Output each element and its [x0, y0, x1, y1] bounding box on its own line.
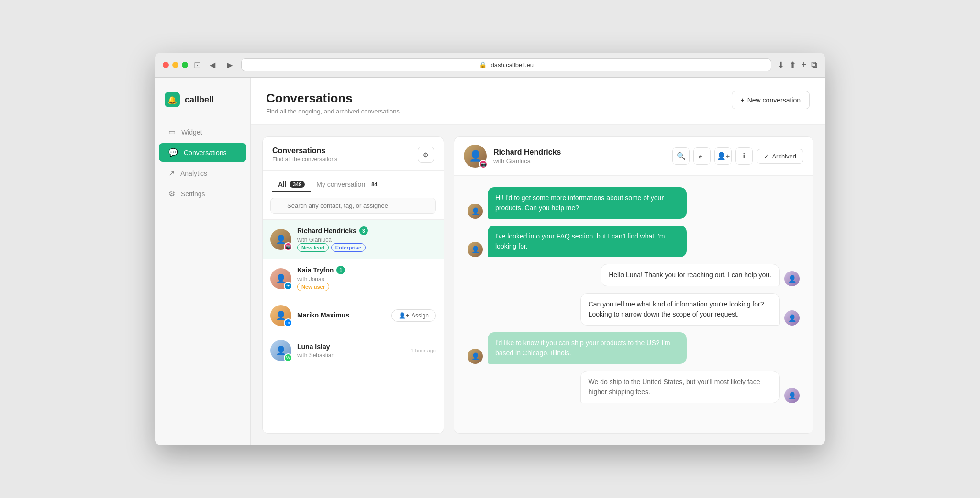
maximize-button[interactable] — [182, 62, 188, 68]
message-row-6: 👤 We do ship to the United States, but y… — [468, 371, 800, 403]
minimize-button[interactable] — [172, 62, 178, 68]
archived-button[interactable]: ✓ Archived — [757, 149, 803, 164]
panel-settings-button[interactable]: ⚙ — [418, 147, 434, 163]
page-header-text: Conversations Find all the ongoing, and … — [266, 91, 400, 115]
sidebar-item-analytics[interactable]: ↗ Analytics — [159, 164, 246, 182]
conv-name-luna: Luna Islay — [297, 343, 330, 351]
share-icon[interactable]: ⬆ — [789, 60, 796, 70]
assign-icon: 👤+ — [399, 312, 409, 319]
info-icon: ℹ — [743, 152, 746, 160]
search-icon: 🔍 — [677, 152, 686, 160]
security-icon: 🔒 — [479, 61, 487, 68]
tab-all[interactable]: All 349 — [272, 178, 311, 192]
browser-window: ⊡ ◀ ▶ 🔒 dash.callbell.eu ⬇ ⬆ + ⧉ 🔔 callb… — [155, 53, 825, 445]
conversation-item-luna[interactable]: 👤 W Luna Islay with Sebastian 1 hour ago — [263, 333, 444, 368]
avatar-wrap-richard: 👤 📷 — [270, 229, 291, 250]
message-row-2: 👤 I've looked into your FAQ section, but… — [468, 226, 800, 257]
notif-badge-kaia: 1 — [336, 266, 345, 274]
tab-my-conversation[interactable]: My conversation 84 — [311, 178, 386, 192]
plus-icon: + — [741, 96, 745, 104]
msg-avatar-agent-4: 👤 — [784, 310, 800, 326]
message-bubble-6: We do ship to the United States, but you… — [580, 371, 780, 403]
conversation-item-kaia[interactable]: 👤 ✈ Kaia Tryfon 1 with Jonas New — [263, 259, 444, 298]
message-bubble-5: I'd like to know if you can ship your pr… — [488, 332, 687, 364]
chat-assign-button[interactable]: 👤+ — [714, 147, 732, 165]
tabs-icon[interactable]: ⧉ — [811, 60, 817, 70]
conv-panel-subtitle: Find all the conversations — [272, 156, 337, 163]
chat-search-button[interactable]: 🔍 — [672, 147, 690, 165]
tab-all-label: All — [278, 181, 287, 188]
conv-name-row-luna: Luna Islay — [297, 343, 405, 351]
brand-icon: 🔔 — [165, 92, 180, 107]
tag-new-user-kaia: New user — [297, 283, 329, 291]
sidebar-item-conversations-label: Conversations — [184, 149, 227, 157]
page-header: Conversations Find all the ongoing, and … — [251, 78, 825, 125]
chat-info-button[interactable]: ℹ — [735, 147, 753, 165]
msg-avatar-agent-6: 👤 — [784, 388, 800, 403]
conv-info-mariko: Mariko Maximus — [297, 311, 386, 320]
back-button[interactable]: ◀ — [207, 58, 218, 71]
sidebar: 🔔 callbell ▭ Widget 💬 Conversations ↗ An… — [155, 78, 251, 445]
tab-my-badge: 84 — [368, 181, 380, 188]
check-icon: ✓ — [764, 153, 769, 160]
chat-channel-badge-instagram: 📷 — [479, 160, 488, 169]
assign-button-mariko[interactable]: 👤+ Assign — [391, 309, 436, 322]
message-row-5: 👤 I'd like to know if you can ship your … — [468, 332, 800, 364]
conversation-list: 👤 📷 Richard Hendricks 3 with Gianluca — [263, 220, 444, 433]
chat-contact-sub: with Gianluca — [493, 158, 666, 165]
sidebar-item-widget[interactable]: ▭ Widget — [159, 123, 246, 141]
download-icon[interactable]: ⬇ — [777, 60, 784, 70]
chat-panel: 👤 📷 Richard Hendricks with Gianluca 🔍 — [454, 136, 813, 434]
conversation-item-richard[interactable]: 👤 📷 Richard Hendricks 3 with Gianluca — [263, 220, 444, 259]
avatar-wrap-kaia: 👤 ✈ — [270, 268, 291, 289]
page-subtitle: Find all the ongoing, and archived conve… — [266, 108, 400, 115]
chat-contact-name: Richard Hendricks — [493, 148, 666, 157]
widget-icon: ▭ — [168, 127, 176, 136]
conv-name-row-kaia: Kaia Tryfon 1 — [297, 266, 436, 274]
new-conversation-button[interactable]: + New conversation — [732, 91, 810, 109]
chat-header: 👤 📷 Richard Hendricks with Gianluca 🔍 — [454, 137, 813, 176]
message-bubble-2: I've looked into your FAQ section, but I… — [488, 226, 687, 257]
conv-tags-kaia: New user — [297, 283, 436, 291]
instagram-badge-richard: 📷 — [284, 242, 292, 251]
new-tab-icon[interactable]: + — [801, 60, 806, 70]
chat-tag-button[interactable]: 🏷 — [693, 147, 711, 165]
msg-avatar-user-5: 👤 — [468, 349, 483, 364]
sidebar-item-conversations[interactable]: 💬 Conversations — [159, 143, 246, 162]
avatar-wrap-mariko: 👤 m — [270, 305, 291, 326]
message-row-3: 👤 Hello Luna! Thank you for reaching out… — [468, 264, 800, 286]
conv-sub-richard: with Gianluca — [297, 237, 436, 243]
person-add-icon: 👤+ — [717, 152, 730, 160]
sidebar-item-widget-label: Widget — [181, 128, 202, 136]
chat-actions: 🔍 🏷 👤+ ℹ ✓ — [672, 147, 803, 165]
notif-badge-richard: 3 — [359, 226, 368, 235]
browser-actions: ⬇ ⬆ + ⧉ — [777, 60, 817, 70]
conv-time-luna: 1 hour ago — [411, 348, 436, 353]
traffic-lights — [163, 62, 188, 68]
conv-tags-richard: New lead Enterprise — [297, 243, 436, 252]
conv-name-row-richard: Richard Hendricks 3 — [297, 226, 436, 235]
sidebar-toggle-button[interactable]: ⊡ — [194, 60, 201, 70]
tag-icon: 🏷 — [699, 152, 706, 160]
conv-info-kaia: Kaia Tryfon 1 with Jonas New user — [297, 266, 436, 291]
sidebar-item-settings[interactable]: ⚙ Settings — [159, 184, 246, 203]
conv-name-richard: Richard Hendricks — [297, 227, 356, 235]
close-button[interactable] — [163, 62, 169, 68]
message-bubble-4: Can you tell me what kind of information… — [580, 293, 780, 326]
conv-name-row-mariko: Mariko Maximus — [297, 311, 386, 319]
forward-button[interactable]: ▶ — [224, 58, 235, 71]
search-input[interactable] — [270, 198, 436, 214]
chat-messages: 👤 Hi! I'd to get some more informations … — [454, 176, 813, 433]
conv-sub-luna: with Sebastian — [297, 352, 405, 359]
conv-info-richard: Richard Hendricks 3 with Gianluca New le… — [297, 226, 436, 252]
msg-avatar-user-2: 👤 — [468, 242, 483, 257]
conv-tabs: All 349 My conversation 84 — [263, 171, 444, 192]
browser-body: 🔔 callbell ▭ Widget 💬 Conversations ↗ An… — [155, 78, 825, 445]
url-text: dash.callbell.eu — [490, 61, 534, 68]
conv-info-luna: Luna Islay with Sebastian — [297, 343, 405, 359]
tag-enterprise-richard: Enterprise — [331, 243, 366, 252]
conversation-item-mariko[interactable]: 👤 m Mariko Maximus 👤+ Assign — [263, 298, 444, 333]
chat-avatar-wrap: 👤 📷 — [464, 145, 487, 168]
msg-avatar-agent-3: 👤 — [784, 271, 800, 286]
avatar-wrap-luna: 👤 W — [270, 340, 291, 361]
